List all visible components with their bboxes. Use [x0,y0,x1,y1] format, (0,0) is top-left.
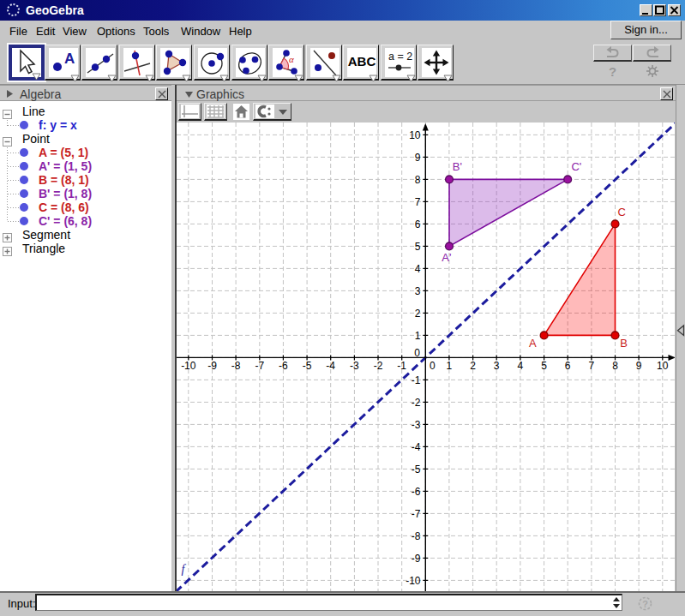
svg-text:10: 10 [657,360,669,372]
svg-text:a = 2: a = 2 [388,51,412,63]
svg-text:-6: -6 [412,486,421,498]
svg-text:-8: -8 [231,360,241,372]
svg-text:-7: -7 [255,360,264,372]
svg-text:α: α [289,54,294,64]
svg-text:-9: -9 [412,553,421,565]
svg-text:-6: -6 [279,360,288,372]
svg-text:6: 6 [565,360,571,372]
svg-text:3: 3 [415,285,421,297]
svg-text:1: 1 [447,360,453,372]
svg-text:0: 0 [414,347,420,359]
svg-text:5: 5 [415,241,421,253]
svg-text:-3: -3 [350,360,359,372]
svg-text:-10: -10 [406,575,421,587]
svg-text:-4: -4 [412,441,421,453]
svg-text:-9: -9 [207,360,217,372]
svg-text:7: 7 [415,196,421,208]
svg-text:A: A [64,51,75,67]
svg-text:3: 3 [494,360,500,372]
svg-text:4: 4 [518,360,524,372]
svg-text:6: 6 [415,218,421,230]
svg-text:?: ? [642,599,648,609]
svg-text:-10: -10 [181,360,196,372]
svg-text:A': A' [442,251,451,264]
svg-text:10: 10 [409,129,421,141]
svg-text:9: 9 [415,152,421,164]
svg-text:2: 2 [470,360,476,372]
svg-text:7: 7 [589,360,595,372]
svg-text:5: 5 [541,360,547,372]
svg-text:-2: -2 [412,397,421,409]
svg-text:8: 8 [612,360,618,372]
svg-text:8: 8 [415,174,421,186]
svg-text:-4: -4 [326,360,335,372]
svg-text:0: 0 [430,360,436,372]
svg-text:C': C' [571,160,581,173]
svg-text:-5: -5 [303,360,312,372]
svg-text:-5: -5 [412,463,421,475]
svg-text:-8: -8 [412,530,421,542]
svg-text:-7: -7 [412,508,421,520]
svg-text:4: 4 [415,263,421,275]
svg-text:-1: -1 [397,360,406,372]
svg-text:9: 9 [636,360,642,372]
svg-text:C: C [618,206,626,218]
svg-text:A: A [529,337,537,350]
svg-text:B: B [620,337,628,350]
svg-text:B': B' [453,160,462,173]
svg-text:-1: -1 [412,374,421,386]
svg-text:1: 1 [415,330,421,342]
svg-text:f: f [182,563,187,576]
svg-text:2: 2 [415,308,421,320]
svg-text:-2: -2 [374,360,383,372]
svg-text:-3: -3 [412,419,421,431]
